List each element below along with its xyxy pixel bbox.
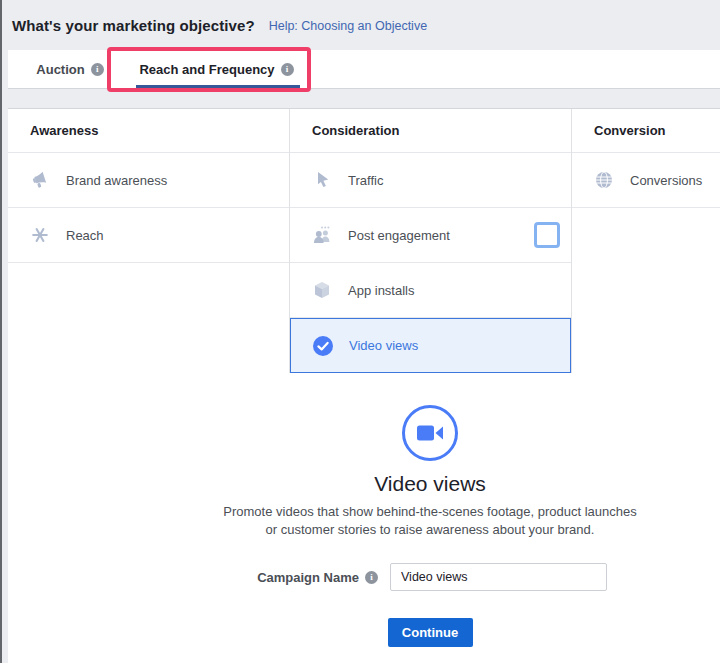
- column-awareness: Awareness Brand awareness: [8, 109, 290, 373]
- objective-table: Awareness Brand awareness: [8, 108, 720, 373]
- detail-description: Promote videos that show behind-the-scen…: [140, 503, 720, 538]
- spacer: [8, 89, 720, 108]
- column-header-consideration: Consideration: [290, 109, 571, 153]
- objective-label: App installs: [348, 283, 414, 298]
- detail-title: Video views: [140, 472, 720, 496]
- info-icon[interactable]: i: [91, 63, 104, 76]
- tab-auction-label: Auction: [36, 62, 84, 77]
- objective-label: Conversions: [630, 173, 702, 188]
- objective-label: Brand awareness: [66, 173, 167, 188]
- tab-reach-and-frequency-label: Reach and Frequency: [139, 62, 274, 77]
- tab-auction[interactable]: Auction i: [25, 50, 115, 89]
- objective-brand-awareness[interactable]: Brand awareness: [8, 153, 289, 208]
- description-line-1: Promote videos that show behind-the-scen…: [140, 503, 720, 521]
- campaign-name-row: Campaign Name i: [140, 563, 720, 591]
- cursor-icon: [312, 170, 332, 190]
- help-link[interactable]: Help: Choosing an Objective: [269, 19, 427, 33]
- description-line-2: or customer stories to raise awareness a…: [140, 521, 720, 539]
- page-title: What's your marketing objective?: [8, 17, 255, 34]
- objective-label: Post engagement: [348, 228, 450, 243]
- tab-reach-and-frequency[interactable]: Reach and Frequency i: [125, 50, 308, 89]
- info-icon[interactable]: i: [281, 63, 294, 76]
- continue-button[interactable]: Continue: [388, 618, 473, 647]
- people-icon: [312, 225, 332, 245]
- check-circle-icon: [313, 336, 333, 356]
- campaign-name-label: Campaign Name i: [140, 570, 378, 585]
- column-consideration: Consideration Traffic: [290, 109, 572, 373]
- video-camera-icon: [402, 405, 458, 461]
- objective-label: Traffic: [348, 173, 383, 188]
- objective-label: Reach: [66, 228, 104, 243]
- objective-conversions[interactable]: Conversions: [572, 153, 720, 208]
- window-left-gutter: [0, 0, 8, 663]
- objective-detail-panel: Video views Promote videos that show beh…: [140, 372, 720, 647]
- megaphone-icon: [30, 170, 50, 190]
- post-engagement-checkbox[interactable]: [534, 222, 560, 248]
- reach-icon: [30, 225, 50, 245]
- buying-type-tabbar: Auction i Reach and Frequency i: [8, 50, 720, 89]
- column-header-awareness: Awareness: [8, 109, 289, 153]
- objective-label: Video views: [349, 338, 418, 353]
- column-conversion: Conversion Conversions: [572, 109, 720, 373]
- campaign-name-input[interactable]: [390, 563, 607, 591]
- globe-icon: [594, 170, 614, 190]
- info-icon[interactable]: i: [365, 571, 378, 584]
- column-header-conversion: Conversion: [572, 109, 720, 153]
- objective-post-engagement[interactable]: Post engagement: [290, 208, 571, 263]
- header-bar: What's your marketing objective? Help: C…: [8, 0, 720, 50]
- cube-icon: [312, 280, 332, 300]
- objective-video-views[interactable]: Video views: [290, 318, 571, 373]
- campaign-name-label-text: Campaign Name: [257, 570, 359, 585]
- objective-traffic[interactable]: Traffic: [290, 153, 571, 208]
- marketing-objective-screen: What's your marketing objective? Help: C…: [0, 0, 720, 663]
- objective-reach[interactable]: Reach: [8, 208, 289, 263]
- objective-app-installs[interactable]: App installs: [290, 263, 571, 318]
